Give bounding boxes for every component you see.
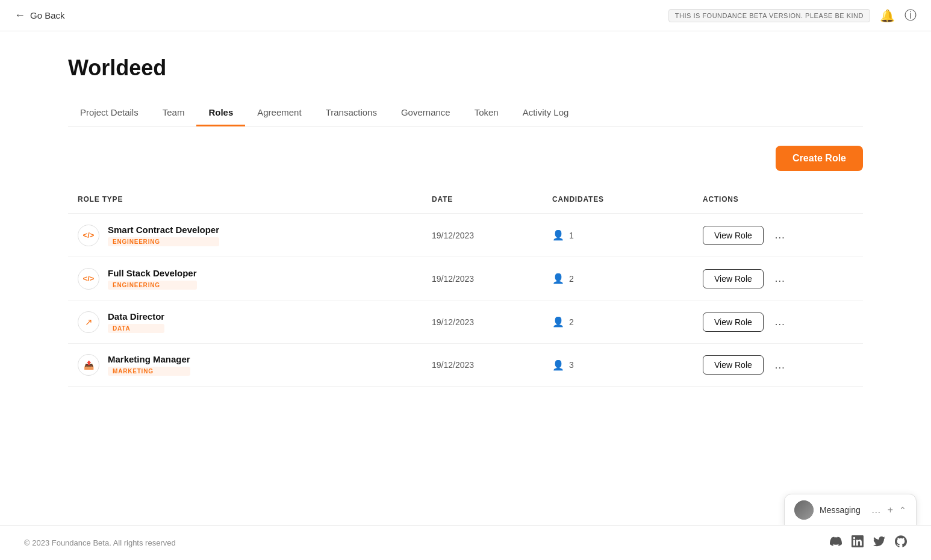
actions-cell: View Role … xyxy=(703,269,853,288)
candidates-cell: 👤 2 xyxy=(552,316,703,328)
discord-icon[interactable] xyxy=(830,535,842,550)
notification-icon[interactable]: 🔔 xyxy=(880,8,895,23)
linkedin-icon[interactable] xyxy=(852,535,864,550)
more-options-button[interactable]: … xyxy=(771,226,790,244)
role-type-cell: 📤 Marketing Manager MARKETING xyxy=(78,354,432,376)
person-icon: 👤 xyxy=(552,273,564,284)
role-name: Smart Contract Developer xyxy=(108,225,219,235)
person-icon: 👤 xyxy=(552,359,564,371)
footer-social-icons xyxy=(830,535,907,550)
role-tag: ENGINEERING xyxy=(108,237,219,246)
action-bar: Create Role xyxy=(68,146,863,171)
more-options-button[interactable]: … xyxy=(771,313,790,331)
go-back-label: Go Back xyxy=(30,10,65,20)
github-icon[interactable] xyxy=(895,535,907,550)
role-info: Data Director DATA xyxy=(108,311,164,333)
role-info: Full Stack Developer ENGINEERING xyxy=(108,268,197,290)
role-tag: ENGINEERING xyxy=(108,281,197,290)
role-type-cell: </> Smart Contract Developer ENGINEERING xyxy=(78,225,432,246)
view-role-button[interactable]: View Role xyxy=(703,313,764,332)
top-nav: ← Go Back THIS IS FOUNDANCE BETA VERSION… xyxy=(0,0,931,31)
more-options-button[interactable]: … xyxy=(771,270,790,287)
view-role-button[interactable]: View Role xyxy=(703,355,764,375)
role-tag: DATA xyxy=(108,324,164,333)
role-date: 19/12/2023 xyxy=(432,360,552,370)
candidates-count: 2 xyxy=(569,317,574,327)
help-icon[interactable]: ⓘ xyxy=(905,7,917,23)
candidates-cell: 👤 2 xyxy=(552,273,703,284)
header-date: DATE xyxy=(432,195,552,204)
actions-cell: View Role … xyxy=(703,226,853,245)
twitter-icon[interactable] xyxy=(873,535,885,550)
footer: © 2023 Foundance Beta. All rights reserv… xyxy=(0,525,931,560)
table-row: ↗ Data Director DATA 19/12/2023 👤 2 View… xyxy=(68,300,863,343)
candidates-count: 3 xyxy=(569,360,574,370)
table-row: </> Full Stack Developer ENGINEERING 19/… xyxy=(68,257,863,300)
role-icon-marketing: 📤 xyxy=(78,354,99,376)
messaging-chevron-icon[interactable]: ⌃ xyxy=(899,505,906,515)
role-tag: MARKETING xyxy=(108,367,190,376)
actions-cell: View Role … xyxy=(703,313,853,332)
role-name: Full Stack Developer xyxy=(108,268,197,278)
role-icon-code: </> xyxy=(78,225,99,246)
messaging-label: Messaging xyxy=(820,505,865,515)
more-options-button[interactable]: … xyxy=(771,356,790,374)
messaging-avatar xyxy=(794,500,814,520)
table-row: </> Smart Contract Developer ENGINEERING… xyxy=(68,213,863,257)
nav-right: THIS IS FOUNDANCE BETA VERSION. PLEASE B… xyxy=(668,7,917,23)
back-arrow-icon: ← xyxy=(14,9,25,22)
roles-table: ROLE TYPE DATE CANDIDATES ACTIONS </> Sm… xyxy=(68,190,863,387)
role-name: Marketing Manager xyxy=(108,354,190,364)
tab-transactions[interactable]: Transactions xyxy=(314,100,389,126)
role-info: Marketing Manager MARKETING xyxy=(108,354,190,376)
candidates-count: 1 xyxy=(569,231,574,240)
role-icon-chart: ↗ xyxy=(78,311,99,333)
project-title: Worldeed xyxy=(68,55,863,81)
tab-governance[interactable]: Governance xyxy=(389,100,462,126)
table-header: ROLE TYPE DATE CANDIDATES ACTIONS xyxy=(68,190,863,208)
avatar-image xyxy=(794,500,814,520)
beta-badge: THIS IS FOUNDANCE BETA VERSION. PLEASE B… xyxy=(668,9,870,22)
page-content: Worldeed Project Details Team Roles Agre… xyxy=(44,31,887,411)
view-role-button[interactable]: View Role xyxy=(703,269,764,288)
person-icon: 👤 xyxy=(552,229,564,241)
role-date: 19/12/2023 xyxy=(432,231,552,240)
tab-activity-log[interactable]: Activity Log xyxy=(511,100,581,126)
actions-cell: View Role … xyxy=(703,355,853,375)
role-name: Data Director xyxy=(108,311,164,322)
role-type-cell: </> Full Stack Developer ENGINEERING xyxy=(78,268,432,290)
main-area: Create Role ROLE TYPE DATE CANDIDATES AC… xyxy=(68,146,863,411)
tab-agreement[interactable]: Agreement xyxy=(245,100,313,126)
create-role-button[interactable]: Create Role xyxy=(776,146,863,171)
tab-token[interactable]: Token xyxy=(462,100,511,126)
header-candidates: CANDIDATES xyxy=(552,195,703,204)
tab-team[interactable]: Team xyxy=(151,100,197,126)
messaging-dots-icon: … xyxy=(871,505,882,515)
candidates-count: 2 xyxy=(569,274,574,284)
candidates-cell: 👤 3 xyxy=(552,359,703,371)
person-icon: 👤 xyxy=(552,316,564,328)
role-date: 19/12/2023 xyxy=(432,274,552,284)
header-actions: ACTIONS xyxy=(703,195,853,204)
messaging-plus-icon[interactable]: + xyxy=(888,505,893,515)
role-icon-code: </> xyxy=(78,268,99,290)
role-type-cell: ↗ Data Director DATA xyxy=(78,311,432,333)
footer-copyright: © 2023 Foundance Beta. All rights reserv… xyxy=(24,538,176,547)
view-role-button[interactable]: View Role xyxy=(703,226,764,245)
tab-bar: Project Details Team Roles Agreement Tra… xyxy=(68,100,863,126)
go-back-link[interactable]: ← Go Back xyxy=(14,9,65,22)
candidates-cell: 👤 1 xyxy=(552,229,703,241)
header-role-type: ROLE TYPE xyxy=(78,195,432,204)
tab-project-details[interactable]: Project Details xyxy=(68,100,151,126)
messaging-widget[interactable]: Messaging … + ⌃ xyxy=(784,494,917,526)
role-info: Smart Contract Developer ENGINEERING xyxy=(108,225,219,246)
role-date: 19/12/2023 xyxy=(432,317,552,327)
table-row: 📤 Marketing Manager MARKETING 19/12/2023… xyxy=(68,343,863,387)
tab-roles[interactable]: Roles xyxy=(196,100,245,126)
